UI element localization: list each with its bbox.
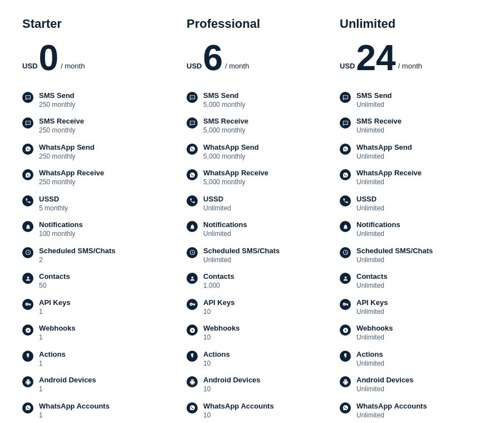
- feature-text-professional-1: SMS Receive5,000 monthly: [203, 117, 248, 135]
- feature-text-professional-6: Scheduled SMS/ChatsUnlimited: [203, 247, 280, 264]
- feature-value-unlimited-2: Unlimited: [356, 153, 412, 161]
- feature-value-professional-2: 5,000 monthly: [203, 153, 259, 161]
- whatsapp-icon: [187, 169, 198, 180]
- feature-name-unlimited-9: Webhooks: [356, 324, 393, 333]
- feature-name-professional-11: Android Devices: [203, 376, 261, 385]
- feature-text-starter-11: Android Devices1: [39, 376, 96, 394]
- plan-professional-name: Professional: [187, 17, 317, 31]
- feature-value-unlimited-3: Unlimited: [356, 178, 422, 187]
- plan-starter-price: USD0/ month: [22, 40, 164, 76]
- android-icon: [22, 376, 33, 387]
- feature-name-unlimited-0: SMS Send: [356, 91, 392, 101]
- feature-value-professional-1: 5,000 monthly: [203, 126, 248, 135]
- feature-text-starter-4: USSD5 monthly: [39, 195, 68, 213]
- notification-icon: [22, 221, 33, 232]
- feature-name-professional-5: Notifications: [203, 220, 247, 230]
- feature-name-starter-6: Scheduled SMS/Chats: [39, 247, 115, 256]
- whatsapp-account-icon: [340, 402, 351, 414]
- feature-name-starter-4: USSD: [39, 195, 68, 204]
- plan-starter-amount: 0: [38, 40, 58, 76]
- feature-text-starter-8: API Keys1: [39, 298, 70, 316]
- feature-text-unlimited-9: WebhooksUnlimited: [356, 324, 393, 342]
- feature-text-starter-2: WhatsApp Send250 monthly: [39, 143, 95, 161]
- feature-text-professional-12: WhatsApp Accounts10: [203, 402, 274, 420]
- feature-name-professional-10: Actions: [203, 350, 230, 360]
- feature-text-starter-12: WhatsApp Accounts1: [39, 402, 110, 420]
- whatsapp-icon: [22, 169, 33, 180]
- plan-starter: StarterUSD0/ monthSMS Send250 monthlySMS…: [22, 17, 175, 423]
- feature-item-starter-6: Scheduled SMS/Chats2: [22, 247, 164, 264]
- feature-value-starter-7: 50: [39, 282, 70, 291]
- feature-item-professional-5: NotificationsUnlimited: [187, 220, 317, 238]
- feature-name-unlimited-6: Scheduled SMS/Chats: [356, 247, 433, 256]
- feature-text-unlimited-7: ContactsUnlimited: [356, 272, 388, 290]
- feature-item-professional-8: API Keys10: [187, 298, 317, 316]
- feature-item-unlimited-5: NotificationsUnlimited: [340, 220, 471, 238]
- webhook-icon: [340, 324, 351, 336]
- feature-item-starter-11: Android Devices1: [22, 376, 164, 394]
- plan-starter-features: SMS Send250 monthlySMS Receive250 monthl…: [22, 91, 164, 420]
- feature-name-starter-7: Contacts: [39, 272, 70, 282]
- feature-item-unlimited-10: ActionsUnlimited: [340, 350, 471, 368]
- feature-item-professional-10: Actions10: [187, 350, 317, 368]
- contacts-icon: [340, 273, 351, 284]
- api-icon: [22, 299, 33, 310]
- feature-text-starter-5: Notifications100 monthly: [39, 220, 83, 238]
- notification-icon: [187, 221, 198, 232]
- feature-value-starter-5: 100 monthly: [39, 230, 83, 239]
- feature-name-professional-9: Webhooks: [203, 324, 240, 333]
- feature-value-starter-0: 250 monthly: [39, 101, 75, 110]
- actions-icon: [187, 351, 198, 362]
- feature-text-unlimited-2: WhatsApp SendUnlimited: [356, 143, 412, 161]
- notification-icon: [340, 221, 351, 232]
- android-icon: [340, 376, 351, 387]
- feature-text-starter-7: Contacts50: [39, 272, 70, 290]
- feature-item-unlimited-1: SMS ReceiveUnlimited: [340, 117, 471, 135]
- feature-value-professional-6: Unlimited: [203, 256, 280, 265]
- feature-name-starter-10: Actions: [39, 350, 66, 360]
- feature-text-professional-10: Actions10: [203, 350, 230, 368]
- feature-value-professional-11: 10: [203, 385, 261, 394]
- feature-text-professional-2: WhatsApp Send5,000 monthly: [203, 143, 259, 161]
- feature-text-unlimited-12: WhatsApp AccountsUnlimited: [356, 402, 427, 420]
- feature-item-unlimited-0: SMS SendUnlimited: [340, 91, 471, 109]
- feature-item-unlimited-6: Scheduled SMS/ChatsUnlimited: [340, 247, 471, 264]
- feature-value-unlimited-0: Unlimited: [356, 101, 392, 110]
- feature-name-starter-9: Webhooks: [39, 324, 76, 333]
- feature-name-professional-7: Contacts: [203, 272, 234, 282]
- feature-value-professional-8: 10: [203, 308, 234, 317]
- feature-item-unlimited-3: WhatsApp ReceiveUnlimited: [340, 169, 471, 186]
- feature-item-professional-2: WhatsApp Send5,000 monthly: [187, 143, 317, 161]
- whatsapp-icon: [340, 144, 351, 155]
- feature-item-professional-4: USSDUnlimited: [187, 195, 317, 213]
- feature-value-unlimited-5: Unlimited: [356, 230, 400, 239]
- sms-icon: [340, 92, 351, 103]
- feature-item-starter-9: Webhooks1: [22, 324, 164, 342]
- feature-item-starter-8: API Keys1: [22, 298, 164, 316]
- feature-text-unlimited-8: API KeysUnlimited: [356, 298, 388, 316]
- feature-item-starter-5: Notifications100 monthly: [22, 220, 164, 238]
- feature-text-professional-8: API Keys10: [203, 298, 234, 316]
- feature-value-unlimited-6: Unlimited: [356, 256, 433, 265]
- feature-text-professional-4: USSDUnlimited: [203, 195, 231, 213]
- feature-item-professional-3: WhatsApp Receive5,000 monthly: [187, 169, 317, 186]
- feature-name-starter-5: Notifications: [39, 220, 83, 230]
- feature-item-starter-1: SMS Receive250 monthly: [22, 117, 164, 135]
- feature-text-unlimited-1: SMS ReceiveUnlimited: [356, 117, 402, 135]
- feature-value-unlimited-9: Unlimited: [356, 333, 393, 342]
- feature-value-professional-12: 10: [203, 411, 274, 420]
- contacts-icon: [22, 273, 33, 284]
- scheduled-icon: [22, 247, 33, 258]
- feature-value-professional-4: Unlimited: [203, 204, 231, 213]
- plan-unlimited-amount: 24: [356, 40, 395, 76]
- whatsapp-icon: [187, 144, 198, 155]
- feature-value-starter-9: 1: [39, 333, 76, 342]
- feature-name-unlimited-4: USSD: [356, 195, 384, 204]
- scheduled-icon: [340, 247, 351, 258]
- plan-professional-price: USD6/ month: [187, 40, 317, 76]
- contacts-icon: [187, 273, 198, 284]
- plan-professional: ProfessionalUSD6/ monthSMS Send5,000 mon…: [175, 17, 329, 423]
- plan-unlimited: UnlimitedUSD24/ monthSMS SendUnlimitedSM…: [329, 17, 482, 423]
- feature-name-starter-8: API Keys: [39, 298, 70, 308]
- whatsapp-account-icon: [187, 402, 198, 414]
